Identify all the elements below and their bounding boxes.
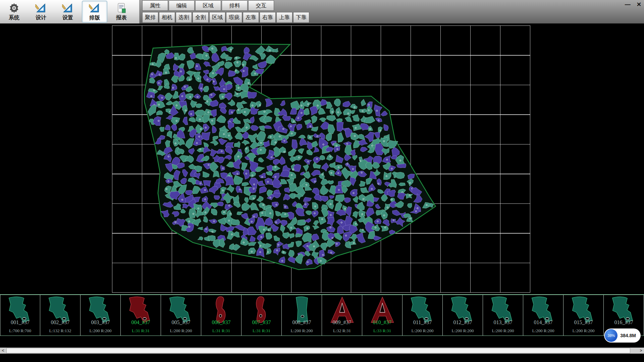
toolbar-button-design[interactable]: 设计 [28, 1, 54, 23]
part-name: 011_#37 [402, 319, 442, 325]
part-sizes: L:700 R:700 [0, 328, 40, 334]
window-controls: — ✕ [625, 1, 641, 9]
nest-piece[interactable] [208, 235, 216, 241]
scroll-left-arrow[interactable]: < [0, 348, 6, 354]
part-thumbnail[interactable]: 014_#37 L:200 R:200 [523, 295, 564, 336]
part-name: 015_#37 [564, 319, 603, 325]
nest-svg[interactable] [112, 25, 530, 293]
part-name: 013_#37 [483, 319, 523, 325]
nest-piece[interactable] [217, 149, 224, 154]
part-sizes: L:200 R:200 [282, 328, 322, 334]
part-thumbnail[interactable]: 008_#37 L:200 R:200 [282, 295, 322, 336]
horizontal-scrollbar[interactable]: < > [0, 348, 644, 354]
part-thumbnail[interactable]: 003_#37 L:200 R:200 [80, 295, 121, 336]
nesting-canvas[interactable] [0, 23, 644, 294]
part-sizes: L:200 R:200 [523, 328, 563, 334]
tab-interactive[interactable]: 交互 [248, 0, 274, 11]
menu-button-row: 聚排 相机 选割 全割 区域 瑕疵 左靠 右靠 上靠 下靠 [142, 12, 309, 23]
part-thumbnail[interactable]: 011_#37 L:200 R:200 [402, 295, 443, 336]
part-shape [216, 297, 225, 322]
part-sizes: L:31 R:31 [241, 328, 281, 334]
toolbar-button-system[interactable]: 系统 [1, 1, 27, 23]
part-name: 006_#37 [201, 319, 241, 325]
progress-circle: 38% [605, 329, 618, 342]
toolbar-label: 设置 [62, 14, 73, 21]
part-thumbnail[interactable]: 004_#37 L:31 R:31 [121, 295, 161, 336]
button-align-right[interactable]: 右靠 [260, 12, 276, 23]
tab-nesting[interactable]: 排料 [222, 0, 248, 11]
button-align-bottom[interactable]: 下靠 [293, 12, 309, 23]
part-thumbnail[interactable]: 005_#37 L:200 R:200 [161, 295, 201, 336]
button-cut-all[interactable]: 全割 [193, 12, 209, 23]
part-hole [219, 314, 222, 317]
toolbar-label: 报表 [116, 14, 127, 21]
button-defect[interactable]: 瑕疵 [226, 12, 242, 23]
toolbar-button-settings[interactable]: 设置 [55, 1, 80, 23]
part-sizes: L:200 R:200 [161, 328, 201, 334]
part-thumbnail[interactable]: 012_#37 L:200 R:200 [443, 295, 483, 336]
part-name: 004_#37 [121, 319, 161, 325]
part-name: 002_#37 [40, 319, 80, 325]
part-sizes: L:200 R:200 [80, 328, 120, 334]
minimize-button[interactable]: — [625, 1, 631, 9]
nest-piece[interactable] [297, 220, 306, 225]
tab-edit[interactable]: 编辑 [169, 0, 195, 11]
part-sizes: L:132 R:132 [40, 328, 80, 334]
nest-piece[interactable] [249, 187, 256, 193]
close-button[interactable]: ✕ [637, 1, 641, 9]
part-shape [256, 297, 266, 322]
part-sizes: L:200 R:200 [483, 328, 523, 334]
part-name: 001_#37 [0, 319, 40, 325]
part-thumbnail[interactable]: 007_#37 L:31 R:31 [241, 295, 282, 336]
gear-icon [8, 2, 20, 14]
part-name: 005_#37 [161, 319, 201, 325]
part-name: 016_#37 [604, 319, 644, 325]
app-window: 系统 设计 设置 排版 [0, 0, 644, 362]
part-sizes: L:200 R:200 [564, 328, 603, 334]
part-thumbnail[interactable]: 013_#37 L:200 R:200 [483, 295, 523, 336]
toolbar-label: 系统 [9, 14, 19, 21]
main-toolbar: 系统 设计 设置 排版 [0, 0, 140, 23]
part-name: 003_#37 [80, 319, 120, 325]
part-name: 012_#37 [443, 319, 483, 325]
part-name: 007_#37 [241, 319, 281, 325]
part-thumbnail[interactable]: 010_#37 L:33 R:31 [362, 295, 402, 336]
button-align-left[interactable]: 左靠 [243, 12, 259, 23]
button-camera[interactable]: 相机 [159, 12, 175, 23]
nest-piece[interactable] [231, 219, 240, 225]
set-square-icon [62, 2, 73, 14]
button-region[interactable]: 区域 [209, 12, 225, 23]
progress-percent: 38% [607, 334, 615, 338]
nest-piece[interactable] [335, 194, 344, 201]
part-sizes: L:31 R:31 [201, 328, 241, 334]
titlebar: 系统 设计 设置 排版 [0, 0, 644, 23]
part-sizes: L:200 R:200 [402, 328, 442, 334]
tab-region[interactable]: 区域 [195, 0, 221, 11]
part-thumbnail[interactable]: 001_#37 L:700 R:700 [0, 295, 40, 336]
toolbar-button-nesting[interactable]: 排版 [82, 1, 107, 23]
button-align-top[interactable]: 上靠 [276, 12, 292, 23]
set-square-icon [89, 2, 100, 14]
button-cluster-nest[interactable]: 聚排 [142, 12, 158, 23]
part-name: 010_#37 [362, 319, 402, 325]
report-icon [116, 2, 127, 14]
nest-piece[interactable] [219, 130, 226, 138]
part-thumbnail[interactable]: 006_#37 L:31 R:31 [201, 295, 241, 336]
toolbar-label: 排版 [89, 14, 100, 21]
part-thumbnail[interactable]: 015_#37 L:200 R:200 [564, 295, 604, 336]
toolbar-label: 设计 [36, 14, 46, 21]
tab-properties[interactable]: 属性 [142, 0, 168, 11]
scroll-right-arrow[interactable]: > [638, 348, 644, 354]
part-shape [296, 297, 308, 322]
toolbar-button-report[interactable]: 报表 [109, 1, 134, 23]
part-thumbnail[interactable]: 009_#37 L:32 R:31 [322, 295, 362, 336]
part-thumbnail[interactable]: 002_#37 L:132 R:132 [40, 295, 80, 336]
part-hole [260, 314, 262, 317]
menu-tab-row: 属性 编辑 区域 排料 交互 [142, 0, 274, 11]
scrollbar-thumb[interactable] [6, 348, 630, 353]
part-name: 009_#37 [322, 319, 362, 325]
nest-piece[interactable] [308, 135, 313, 139]
part-name: 008_#37 [282, 319, 322, 325]
set-square-icon [35, 2, 47, 14]
button-select-cut[interactable]: 选割 [176, 12, 192, 23]
